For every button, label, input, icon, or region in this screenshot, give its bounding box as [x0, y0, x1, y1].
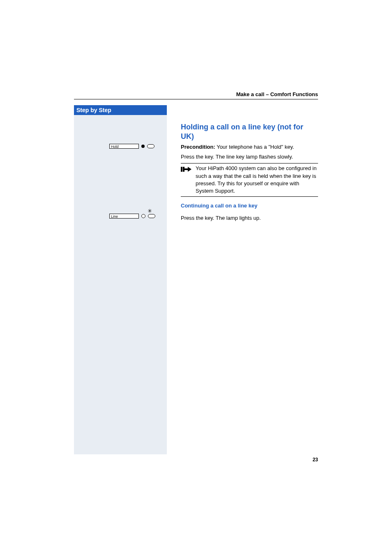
section-heading: Holding a call on a line key (not for UK…	[181, 122, 318, 141]
precondition-label: Precondition:	[181, 144, 215, 150]
press-hold-instruction: Press the key. The line key lamp flashes…	[181, 153, 318, 161]
header-title: Make a call – Comfort Functions	[236, 91, 318, 97]
precondition-text: Your telephone has a "Hold" key.	[215, 144, 294, 150]
main-content: Holding a call on a line key (not for UK…	[181, 105, 318, 224]
page-header: Make a call – Comfort Functions	[74, 90, 318, 99]
svg-rect-1	[183, 167, 184, 172]
press-line-instruction: Press the key. The lamp lights up.	[181, 214, 318, 222]
lamp-on-icon	[141, 145, 145, 148]
svg-rect-0	[181, 167, 182, 172]
flash-icon: ✳	[147, 208, 152, 214]
line-key-widget: ✳ Line	[109, 208, 167, 219]
hold-key-label: Hold	[109, 144, 139, 149]
key-button-icon	[147, 144, 154, 148]
line-key-label: Line	[109, 214, 139, 219]
sub-heading: Continuing a call on a line key	[181, 203, 318, 209]
key-button-icon	[148, 214, 155, 218]
note-text: Your HiPath 4000 system can also be conf…	[196, 165, 318, 195]
hold-key-widget: Hold	[109, 143, 167, 150]
sidebar-title: Step by Step	[74, 105, 167, 115]
precondition-line: Precondition: Your telephone has a "Hold…	[181, 143, 318, 151]
lamp-off-icon	[141, 214, 145, 218]
sidebar: Step by Step Hold ✳ Line	[74, 105, 167, 454]
note-arrow-icon	[181, 166, 191, 173]
note-box: Your HiPath 4000 system can also be conf…	[181, 163, 318, 197]
svg-marker-3	[188, 167, 191, 172]
svg-rect-2	[184, 168, 188, 170]
page-number: 23	[313, 457, 318, 463]
